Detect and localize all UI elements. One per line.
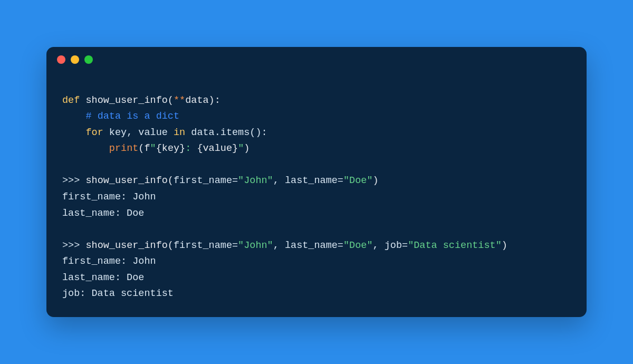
repl-prompt: >>> [62, 240, 85, 251]
blank-line [62, 159, 68, 170]
output-line: last_name: Doe [62, 208, 144, 219]
string-literal: "Data scientist" [408, 240, 502, 251]
func-name: show_user_info [85, 95, 167, 106]
string-literal: "Doe" [343, 240, 373, 251]
code-line: for key, value in data.items(): [62, 127, 267, 138]
close-icon[interactable] [57, 55, 65, 64]
keyword-def: def [62, 95, 80, 106]
param-name: data [185, 95, 208, 106]
string-literal: "Doe" [343, 175, 373, 186]
zoom-icon[interactable] [84, 55, 93, 64]
window-titlebar [46, 47, 587, 72]
repl-prompt: >>> [62, 175, 85, 186]
output-line: first_name: John [62, 256, 156, 267]
repl-line: >>> show_user_info(first_name="John", la… [62, 175, 379, 186]
blank-line [62, 224, 68, 235]
code-line: def show_user_info(**data): [62, 95, 220, 106]
output-line: job: Data scientist [62, 288, 174, 299]
output-line: first_name: John [62, 191, 156, 203]
kwargs-stars: ** [174, 95, 185, 106]
code-block: def show_user_info(**data): # data is a … [46, 72, 587, 302]
output-line: last_name: Doe [62, 272, 144, 283]
string-literal: "John" [238, 175, 273, 186]
keyword-in: in [174, 127, 185, 138]
terminal-window: def show_user_info(**data): # data is a … [46, 47, 587, 317]
builtin-print: print [109, 143, 139, 154]
keyword-for: for [85, 127, 103, 138]
repl-line: >>> show_user_info(first_name="John", la… [62, 240, 507, 251]
minimize-icon[interactable] [71, 55, 79, 64]
string-literal: "John" [238, 240, 273, 251]
code-line: # data is a dict [62, 111, 179, 122]
code-line: print(f"{key}: {value}") [62, 143, 250, 154]
comment: # data is a dict [85, 111, 179, 122]
